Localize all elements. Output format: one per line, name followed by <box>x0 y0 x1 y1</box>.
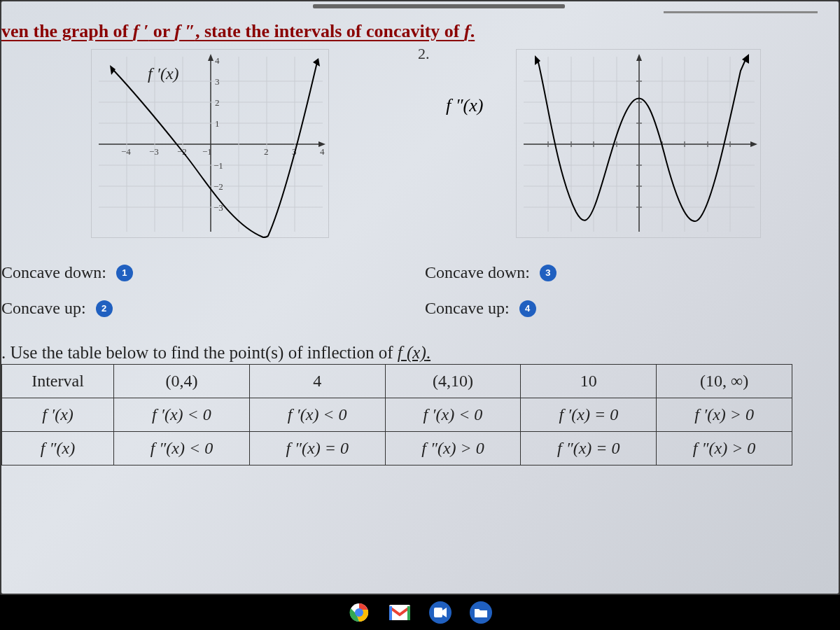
badge-1[interactable]: 1 <box>116 265 133 281</box>
answers-1: Concave down: 1 Concave up: 2 <box>1 238 418 335</box>
concave-down-label-2: Concave down: <box>425 263 530 282</box>
svg-text:4: 4 <box>320 146 325 157</box>
th-2: 4 <box>249 365 385 398</box>
b-dot: . <box>426 343 430 362</box>
svg-marker-64 <box>535 55 540 65</box>
r2-label: f ″(x) <box>2 432 114 465</box>
svg-text:2: 2 <box>215 97 220 108</box>
svg-marker-48 <box>636 54 642 61</box>
title-or: or <box>148 21 174 41</box>
gmail-icon[interactable] <box>388 601 411 624</box>
r1-c5: f ′(x) > 0 <box>657 398 792 432</box>
th-1: (0,4) <box>114 365 250 398</box>
b-lead: . Use the table below to find the point(… <box>1 343 398 362</box>
title-fprime: f ′ <box>133 21 148 41</box>
title-dot: . <box>470 21 475 41</box>
meet-icon[interactable] <box>429 601 451 624</box>
svg-rect-72 <box>434 608 442 617</box>
svg-text:−1: −1 <box>214 160 223 171</box>
svg-text:2: 2 <box>264 146 269 157</box>
worksheet-content: ven the graph of f ′ or f ″, state the i… <box>1 15 840 465</box>
th-interval: Interval <box>2 365 114 398</box>
svg-rect-71 <box>407 606 410 620</box>
r2-c3: f ″(x) > 0 <box>385 432 521 465</box>
concave-up-label-1: Concave up: <box>1 299 86 318</box>
table-row: f ″(x) f ″(x) < 0 f ″(x) = 0 f ″(x) > 0 … <box>2 432 792 465</box>
badge-4[interactable]: 4 <box>519 300 536 317</box>
badge-3[interactable]: 3 <box>540 265 556 281</box>
files-icon[interactable] <box>470 601 492 624</box>
concave-up-label-2: Concave up: <box>425 299 510 318</box>
plot-1: −4 −3 −2 −1 2 3 4 4 3 2 1 −1 <box>92 50 330 239</box>
plot2-label: f ″(x) <box>446 95 483 116</box>
taskbar <box>0 595 840 630</box>
plot-1-box: −4 −3 −2 −1 2 3 4 4 3 2 1 −1 <box>91 49 329 238</box>
table-row: Interval (0,4) 4 (4,10) 10 (10, ∞) <box>2 365 792 398</box>
answers-2: Concave down: 3 Concave up: 4 <box>425 238 840 335</box>
chrome-icon[interactable] <box>348 601 370 624</box>
th-3: (4,10) <box>385 365 521 398</box>
r2-c4: f ″(x) = 0 <box>521 432 657 465</box>
plot-2 <box>517 50 762 239</box>
r2-c2: f ″(x) = 0 <box>249 432 385 465</box>
inflection-table: Interval (0,4) 4 (4,10) 10 (10, ∞) f ′(x… <box>1 364 792 465</box>
r1-c1: f ′(x) < 0 <box>114 398 250 432</box>
concave-up-1: Concave up: 2 <box>1 299 418 318</box>
r2-c1: f ″(x) < 0 <box>114 432 250 465</box>
svg-text:3: 3 <box>215 76 220 87</box>
concave-down-label-1: Concave down: <box>1 263 106 282</box>
window-handle <box>313 4 565 8</box>
problem-2: 2. f ″(x) <box>425 46 840 238</box>
title-text-1: ven the graph of <box>1 21 133 41</box>
problems-row: −4 −3 −2 −1 2 3 4 4 3 2 1 −1 <box>1 46 840 238</box>
section-title: ven the graph of f ′ or f ″, state the i… <box>1 15 840 46</box>
r1-c4: f ′(x) = 0 <box>521 398 657 432</box>
concave-up-2: Concave up: 4 <box>425 299 840 318</box>
concave-down-2: Concave down: 3 <box>425 263 840 282</box>
svg-text:−1: −1 <box>202 146 212 157</box>
r1-c2: f ′(x) < 0 <box>249 398 385 432</box>
th-5: (10, ∞) <box>657 365 792 398</box>
r1-c3: f ′(x) < 0 <box>385 398 521 432</box>
window-decoration <box>664 11 818 13</box>
plot-2-box <box>516 49 761 238</box>
section-b: . Use the table below to find the point(… <box>1 343 840 465</box>
th-4: 10 <box>521 365 657 398</box>
svg-text:−3: −3 <box>149 146 159 157</box>
svg-marker-14 <box>208 54 214 61</box>
b-fx: f (x) <box>398 343 426 362</box>
problem-1: −4 −3 −2 −1 2 3 4 4 3 2 1 −1 <box>1 46 418 238</box>
svg-text:4: 4 <box>215 55 220 66</box>
worksheet-screen: ven the graph of f ′ or f ″, state the i… <box>0 0 840 595</box>
r2-c5: f ″(x) > 0 <box>657 432 792 465</box>
plot1-label: f ′(x) <box>148 64 179 83</box>
svg-marker-65 <box>742 54 749 64</box>
table-row: f ′(x) f ′(x) < 0 f ′(x) < 0 f ′(x) < 0 … <box>2 398 792 432</box>
title-suffix: , state the intervals of concavity of <box>195 21 464 41</box>
svg-point-68 <box>356 610 363 616</box>
svg-text:1: 1 <box>215 118 220 129</box>
concave-down-1: Concave down: 1 <box>1 263 418 282</box>
title-fdouble: f ″ <box>174 21 195 41</box>
svg-rect-69 <box>389 605 410 620</box>
svg-text:−2: −2 <box>214 181 223 192</box>
r1-label: f ′(x) <box>2 398 114 432</box>
svg-text:−4: −4 <box>121 146 131 157</box>
problem-2-number: 2. <box>418 45 430 63</box>
svg-marker-49 <box>750 141 757 147</box>
badge-2[interactable]: 2 <box>96 300 113 317</box>
title-f: f <box>464 21 470 41</box>
answers-row: Concave down: 1 Concave up: 2 Concave do… <box>1 238 840 335</box>
svg-rect-70 <box>389 606 392 620</box>
section-b-title: . Use the table below to find the point(… <box>1 343 840 363</box>
svg-marker-30 <box>110 65 115 75</box>
